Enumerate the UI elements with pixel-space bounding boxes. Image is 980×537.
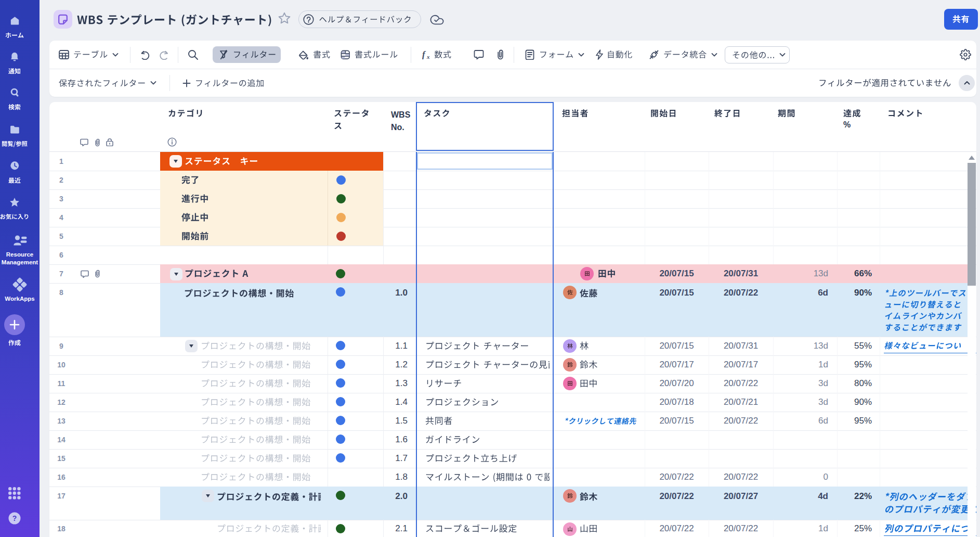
svg-text:?: ? [12,514,17,522]
svg-text:f: f [422,49,426,59]
svg-text:x: x [426,54,430,60]
